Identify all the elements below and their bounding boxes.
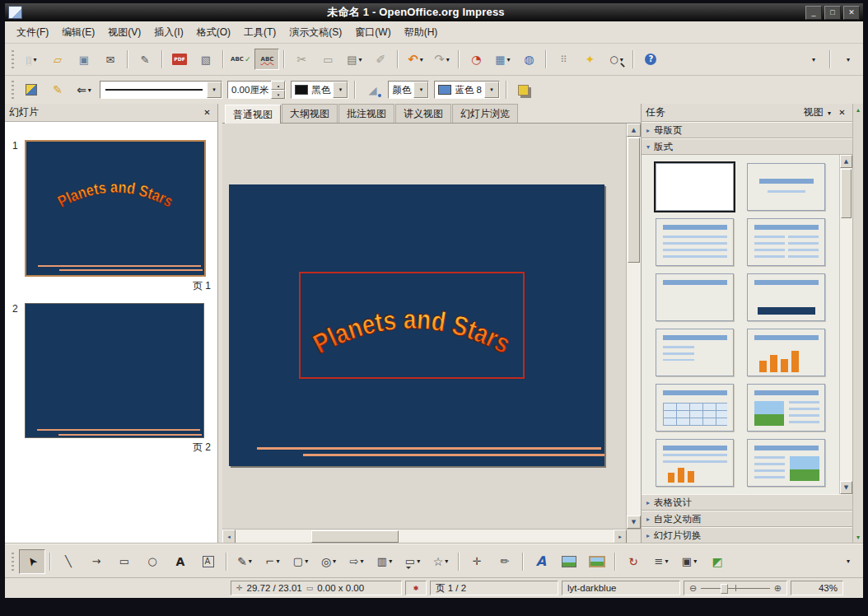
dropdown-arrow-icon[interactable]: ▾	[305, 558, 308, 565]
zoom-slider-handle[interactable]	[721, 584, 728, 594]
status-page-indicator[interactable]: 页 1 / 2	[430, 581, 558, 595]
hyperlink-button[interactable]: ◍	[516, 49, 541, 70]
styles-window-button[interactable]	[19, 79, 44, 100]
menu-tools[interactable]: 工具(T)	[237, 23, 282, 42]
dropdown-arrow-icon[interactable]: ▾	[417, 558, 420, 565]
alignment-button[interactable]: ≡▾	[648, 549, 674, 574]
undo-button[interactable]: ↶▾	[403, 49, 427, 70]
connector-button[interactable]: ⌐▾	[259, 549, 286, 574]
dropdown-arrow-icon[interactable]: ▾	[665, 558, 668, 565]
export-pdf-button[interactable]: PDF	[167, 49, 192, 70]
zoom-button[interactable]: ○▾	[604, 49, 628, 70]
chart-button[interactable]: ◔	[464, 49, 488, 70]
layout-title-table[interactable]	[656, 384, 734, 432]
layout-title-only[interactable]	[656, 273, 734, 321]
zoom-in-button[interactable]: ⊕	[774, 583, 782, 594]
fontwork-gallery-button[interactable]: A	[528, 549, 554, 574]
callouts-button[interactable]: ▭▾	[399, 549, 426, 574]
arrange-button[interactable]: ▣▾	[676, 549, 702, 574]
from-file-button[interactable]	[556, 549, 582, 574]
stars-button[interactable]: ☆▾	[427, 549, 454, 574]
tab-normal-view[interactable]: 普通视图	[225, 105, 281, 124]
vertical-scroll-thumb[interactable]	[628, 138, 640, 263]
new-document-button[interactable]: ▯▾	[19, 49, 44, 70]
scroll-up-button[interactable]: ▲	[627, 124, 641, 137]
display-grid-button[interactable]: ⠿	[551, 49, 576, 70]
menu-view[interactable]: 视图(V)	[101, 23, 147, 42]
rectangle-button[interactable]: ▭	[111, 549, 138, 574]
dropdown-arrow-icon[interactable]: ▾	[507, 56, 511, 63]
dropdown-arrow-icon[interactable]: ▾	[693, 558, 697, 565]
area-style-button[interactable]: ◢	[360, 79, 385, 100]
rotate-button[interactable]: ↻	[620, 549, 646, 574]
maximize-button[interactable]: □	[824, 6, 841, 20]
scroll-left-button[interactable]: ◂	[222, 530, 236, 544]
strip-scroll-down-icon[interactable]: ▾	[856, 534, 860, 541]
fill-color-combo[interactable]: 蓝色 8 ▾	[434, 81, 500, 99]
curve-button[interactable]: ✎▾	[231, 549, 258, 574]
navigator-button[interactable]: ✦	[577, 49, 602, 70]
presentation-toolbar-options-button[interactable]: ▾	[835, 49, 860, 70]
slide-1-thumbnail[interactable]: Planets and Stars	[25, 140, 206, 277]
layouts-scroll-down-button[interactable]: ▼	[840, 481, 852, 494]
menu-help[interactable]: 帮助(H)	[398, 23, 445, 42]
line-width-spinner[interactable]: 0.00厘米 ▴ ▾	[227, 81, 286, 99]
layout-title-content[interactable]	[656, 218, 734, 266]
print-button[interactable]: ▧	[194, 49, 218, 70]
vertical-text-button[interactable]: A	[195, 549, 222, 574]
tab-handout-view[interactable]: 讲义视图	[395, 104, 451, 123]
auto-spellcheck-button[interactable]: ABC	[254, 49, 279, 70]
line-color-combo[interactable]: 黑色 ▾	[291, 81, 348, 99]
zoom-out-button[interactable]: ⊖	[689, 583, 697, 594]
gallery-button[interactable]	[584, 549, 610, 574]
edit-points-button[interactable]: ✛	[464, 549, 490, 574]
line-style-dropdown-button[interactable]: ▾	[207, 82, 222, 98]
status-position-size[interactable]: ✛ 29.72 / 23.01 ▭ 0.00 x 0.00	[231, 581, 402, 595]
line-width-down-button[interactable]: ▾	[271, 90, 285, 99]
layout-title-two-content[interactable]	[747, 218, 825, 266]
horizontal-scroll-thumb[interactable]	[311, 530, 399, 543]
layout-blank[interactable]	[656, 163, 734, 211]
menu-format[interactable]: 格式(O)	[190, 23, 237, 42]
layouts-scroll-up-button[interactable]: ▲	[840, 155, 852, 168]
dropdown-arrow-icon[interactable]: ▾	[359, 56, 362, 63]
line-color-dropdown-button[interactable]: ▾	[333, 82, 348, 98]
dropdown-arrow-icon[interactable]: ▾	[446, 56, 450, 63]
tab-notes-view[interactable]: 批注视图	[338, 104, 394, 123]
symbol-shapes-button[interactable]: ◎▾	[315, 549, 342, 574]
extrusion-on-off-button[interactable]: ◩	[704, 549, 730, 574]
edit-file-button[interactable]: ✎	[133, 49, 157, 70]
section-master-pages[interactable]: ▸ 母版页	[642, 122, 852, 138]
tab-slide-sorter[interactable]: 幻灯片浏览	[452, 104, 518, 123]
shadow-button[interactable]	[511, 79, 536, 100]
status-template[interactable]: lyt-darkblue	[562, 581, 680, 595]
line-width-up-button[interactable]: ▴	[271, 81, 285, 90]
fill-type-dropdown-button[interactable]: ▾	[413, 82, 428, 98]
menu-slideshow[interactable]: 演示文稿(S)	[282, 23, 348, 42]
dropdown-arrow-icon[interactable]: ▾	[445, 558, 448, 565]
dropdown-arrow-icon[interactable]: ▾	[249, 558, 252, 565]
help-button[interactable]: ?	[638, 49, 663, 70]
select-button[interactable]: ➤	[19, 549, 45, 574]
menu-window[interactable]: 窗口(W)	[348, 23, 397, 42]
arrow-button[interactable]: →	[83, 549, 110, 574]
menu-edit[interactable]: 编辑(E)	[55, 23, 101, 42]
ellipse-button[interactable]: ○	[139, 549, 166, 574]
dropdown-arrow-icon[interactable]: ▾	[333, 558, 336, 565]
layout-title-content-small[interactable]	[656, 329, 734, 376]
zoom-slider[interactable]	[701, 583, 770, 593]
line-button[interactable]: ╲	[55, 549, 82, 574]
line-dialog-button[interactable]: ✎	[45, 79, 70, 100]
flowchart-button[interactable]: ▥▾	[371, 549, 398, 574]
layouts-scroll-thumb[interactable]	[841, 169, 852, 218]
block-arrows-button[interactable]: ⇨▾	[343, 549, 370, 574]
layout-title-text-chart[interactable]	[656, 439, 734, 487]
spellcheck-button[interactable]: ABC	[228, 49, 253, 70]
minimize-button[interactable]: _	[805, 6, 822, 20]
drawing-toolbar-options-button[interactable]: ▾	[835, 551, 860, 572]
dropdown-arrow-icon[interactable]: ▾	[360, 558, 363, 565]
layout-centered-text[interactable]	[747, 273, 825, 321]
selected-text-frame[interactable]: Planets and Stars	[299, 272, 525, 379]
layouts-scrollbar[interactable]: ▲ ▼	[839, 155, 852, 494]
fill-type-combo[interactable]: 颜色 ▾	[388, 81, 429, 99]
